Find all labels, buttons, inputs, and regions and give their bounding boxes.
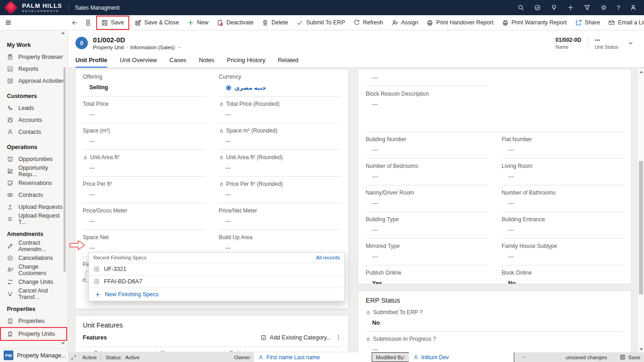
sidebar-item-reservations[interactable]: Reservations — [0, 177, 68, 189]
save-icon — [101, 19, 108, 26]
save-button[interactable]: Save — [97, 17, 128, 29]
sidebar-item-approval-activities[interactable]: Approval Activities — [0, 75, 68, 87]
finishing-spec-icon — [93, 266, 100, 272]
save-and-close-button[interactable]: Save & Close — [131, 17, 184, 29]
field-currency: Currency جنيه مصري — [219, 69, 341, 97]
filter-icon[interactable] — [584, 4, 591, 11]
email-a-link-button[interactable]: Email a Link — [604, 17, 644, 29]
sidebar-item-accounts[interactable]: Accounts — [0, 114, 68, 126]
field-flat-number: Flat Number --- — [502, 132, 624, 159]
main-scrollbar[interactable] — [638, 69, 644, 352]
sidebar-item-reports[interactable]: Reports — [0, 63, 68, 75]
lightbulb-icon[interactable] — [551, 4, 558, 11]
upload-icon — [7, 204, 13, 210]
tab-related[interactable]: Related — [278, 57, 299, 68]
assign-button[interactable]: Assign — [387, 17, 423, 29]
sidebar-scroll-down-icon[interactable] — [61, 342, 65, 345]
settings-gear-icon[interactable] — [600, 4, 607, 11]
chevron-down-icon — [627, 40, 634, 46]
quick-create-icon[interactable] — [567, 4, 574, 11]
header-expand-button[interactable] — [627, 40, 634, 46]
modified-by-value-box[interactable]: Initium Dev — [409, 352, 514, 362]
form-icon — [85, 19, 92, 26]
owner-value-box[interactable]: First name Last name — [254, 352, 372, 362]
sitemap-sidebar: My Work Property Browser Reports Approva… — [0, 30, 68, 362]
tab-unit-profile[interactable]: Unit Profile — [75, 57, 107, 68]
sidebar-item-upload-request-t[interactable]: Upload Request T... — [0, 213, 68, 225]
sidebar-item-leads[interactable]: Leads — [0, 102, 68, 114]
sidebar-section-my-work: My Work — [7, 42, 68, 48]
new-finishing-specs-button[interactable]: New Finishing Specs — [89, 288, 345, 301]
sidebar-item-contract-amendments[interactable]: Contract Amendm... — [0, 240, 68, 252]
tab-pricing-history[interactable]: Pricing History — [227, 57, 265, 68]
form-icon-button[interactable] — [81, 17, 95, 29]
printer-icon — [426, 19, 433, 26]
sidebar-item-property-units[interactable]: Property Units — [0, 327, 67, 341]
footer-save-button[interactable]: Save — [620, 354, 640, 360]
sidebar-item-change-customers[interactable]: Change Customers — [0, 264, 68, 276]
scroll-up-icon[interactable] — [639, 71, 643, 73]
share-button[interactable]: Share — [571, 17, 604, 29]
list-lines-icon — [7, 216, 13, 222]
sidebar-item-change-units[interactable]: Change Units — [0, 276, 68, 288]
sidebar-item-opportunities[interactable]: Opportunities — [0, 153, 68, 165]
tab-notes[interactable]: Notes — [199, 57, 214, 68]
deactivate-button[interactable]: Deactivate — [213, 17, 258, 29]
header-field-unit-status: --- Unit Status — [595, 37, 618, 50]
help-icon[interactable]: ? — [617, 4, 620, 11]
sidebar-item-cancellations[interactable]: Cancellations — [0, 252, 68, 264]
print-warranty-report-button[interactable]: Print Warranty Report — [498, 17, 571, 29]
grid-more-commands-icon[interactable] — [335, 334, 342, 341]
assign-person-icon — [391, 19, 398, 26]
scrollbar-thumb[interactable] — [639, 161, 643, 294]
note-icon — [7, 180, 13, 186]
sidebar-scroll-up-icon[interactable] — [61, 32, 65, 34]
sidebar-item-contracts[interactable]: Contracts — [0, 189, 68, 201]
scroll-down-icon[interactable] — [639, 348, 643, 351]
optimize-icon[interactable] — [534, 4, 541, 11]
sidebar-item-cancel-and-transfer[interactable]: Cancel And Transf... — [0, 288, 68, 300]
search-icon[interactable] — [518, 4, 524, 11]
area-switcher[interactable]: PM Property Manage... — [0, 348, 68, 362]
form-selector[interactable]: Information (Sales) — [130, 45, 175, 50]
record-entity: Property Unit — [93, 45, 124, 50]
add-existing-category-button[interactable]: Add Existing Category... — [260, 334, 331, 341]
print-handover-report-button[interactable]: Print Handover Report — [422, 17, 497, 29]
person-icon — [258, 355, 264, 360]
tab-cases[interactable]: Cases — [169, 57, 186, 68]
sidebar-item-upload-requests[interactable]: Upload Requests — [0, 201, 68, 213]
all-records-link[interactable]: All records — [316, 255, 340, 260]
footer-divider — [101, 355, 101, 360]
plus-icon — [95, 292, 101, 298]
submit-to-erp-button[interactable]: Submit To ERP — [292, 17, 349, 29]
expand-icon[interactable] — [71, 355, 76, 360]
field-price-net-meter: Price/Net Meter --- — [219, 203, 341, 230]
field-living-room: Living Room --- — [502, 159, 624, 185]
lookup-result-uf-3321[interactable]: UF-3321 — [89, 263, 345, 276]
hamburger-icon — [5, 19, 12, 26]
back-button[interactable] — [68, 17, 81, 29]
flyout-header: Recent Finishing Specs — [93, 255, 147, 260]
record-header: 0 01/002-0D Property Unit · Information … — [68, 30, 644, 68]
sidebar-scrollbar-thumb[interactable] — [63, 67, 66, 272]
field-total-price: Total Price --- — [83, 97, 205, 123]
lock-icon — [81, 277, 86, 282]
merge-arrows-icon — [7, 291, 13, 297]
sidebar-item-properties[interactable]: Properties — [0, 315, 68, 327]
sidebar-item-property-browser[interactable]: Property Browser — [0, 51, 68, 63]
account-person-icon[interactable] — [630, 4, 637, 11]
footer-collapse-button[interactable] — [521, 355, 526, 360]
sidebar-item-contacts[interactable]: Contacts — [0, 126, 68, 138]
brand-line2: DEVELOPMENTS — [22, 10, 62, 12]
new-button[interactable]: New — [183, 17, 213, 29]
tab-unit-overview[interactable]: Unit Overview — [120, 57, 157, 68]
unit-attributes-card: --- Block Reason Description --- Buildin… — [358, 69, 632, 284]
sidebar-section-operations: Operations — [7, 144, 68, 150]
field-nanny-driver-room: Nanny/Driver Room --- — [366, 185, 488, 212]
refresh-button[interactable]: Refresh — [349, 17, 387, 29]
lock-icon — [219, 155, 224, 160]
sidebar-item-opportunity-requests[interactable]: Opportunity Requ... — [0, 165, 68, 177]
delete-button[interactable]: Delete — [258, 17, 292, 29]
sitemap-toggle[interactable] — [0, 19, 68, 26]
lookup-result-ffai-bd-d6a7[interactable]: FFAI-BD-D6A7 — [89, 276, 345, 288]
